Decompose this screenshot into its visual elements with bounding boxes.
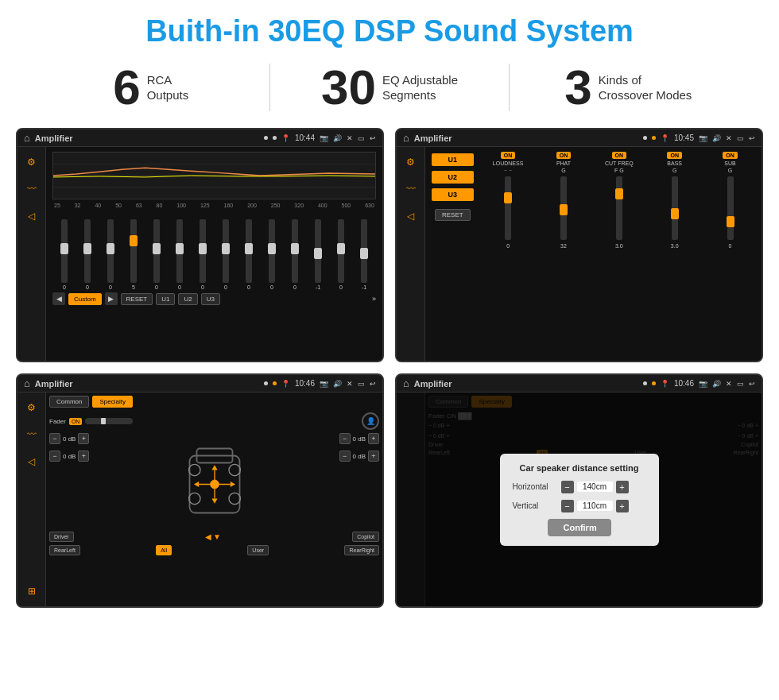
slider-track-8[interactable] bbox=[246, 219, 252, 283]
minimize-icon-4[interactable]: ▭ bbox=[737, 380, 744, 388]
vol-icon[interactable]: ◁ bbox=[23, 207, 41, 225]
slider-thumb-8[interactable] bbox=[245, 243, 253, 254]
chevron-right-icon[interactable]: » bbox=[372, 295, 376, 303]
tab-common-3[interactable]: Common bbox=[49, 396, 89, 408]
slider-thumb-12[interactable] bbox=[337, 243, 345, 254]
slider-thumb-11[interactable] bbox=[314, 248, 322, 259]
rearright-btn[interactable]: RearRight bbox=[344, 545, 379, 555]
cutfreq-track[interactable] bbox=[616, 176, 622, 240]
sub-track[interactable] bbox=[727, 176, 734, 240]
slider-track-5[interactable] bbox=[176, 219, 183, 283]
slider-track-7[interactable] bbox=[223, 219, 229, 283]
sub-on[interactable]: ON bbox=[723, 152, 738, 159]
reset-xover-btn[interactable]: RESET bbox=[435, 209, 471, 221]
slider-track-0[interactable] bbox=[61, 219, 68, 283]
back-icon-3[interactable]: ↩ bbox=[370, 380, 376, 388]
slider-track-6[interactable] bbox=[200, 219, 206, 283]
volume-icon-2[interactable]: 🔊 bbox=[712, 134, 721, 142]
slider-track-1[interactable] bbox=[84, 219, 91, 283]
slider-thumb-10[interactable] bbox=[291, 243, 299, 254]
close-icon-2[interactable]: ✕ bbox=[726, 134, 732, 142]
all-btn[interactable]: All bbox=[156, 545, 172, 555]
cutfreq-thumb[interactable] bbox=[615, 188, 623, 199]
home-icon-3[interactable]: ⌂ bbox=[24, 377, 30, 389]
plus-tl[interactable]: + bbox=[78, 433, 89, 444]
volume-icon-1[interactable]: 🔊 bbox=[333, 134, 342, 142]
close-icon-4[interactable]: ✕ bbox=[726, 380, 732, 388]
bass-track[interactable] bbox=[672, 176, 678, 240]
home-icon-4[interactable]: ⌂ bbox=[403, 377, 409, 389]
u2-btn[interactable]: U2 bbox=[178, 293, 197, 305]
horizontal-plus[interactable]: + bbox=[616, 481, 629, 493]
home-icon-2[interactable]: ⌂ bbox=[403, 132, 409, 144]
u3-btn[interactable]: U3 bbox=[201, 293, 220, 305]
minus-bl[interactable]: − bbox=[49, 451, 60, 462]
slider-track-13[interactable] bbox=[361, 219, 367, 283]
u3-xover-btn[interactable]: U3 bbox=[432, 188, 474, 201]
slider-thumb-2[interactable] bbox=[107, 243, 114, 254]
back-icon-4[interactable]: ↩ bbox=[749, 380, 755, 388]
phat-thumb[interactable] bbox=[560, 204, 568, 215]
volume-icon-4[interactable]: 🔊 bbox=[712, 380, 721, 388]
slider-thumb-4[interactable] bbox=[153, 243, 161, 254]
minus-tr[interactable]: − bbox=[339, 433, 351, 444]
home-icon-1[interactable]: ⌂ bbox=[24, 132, 30, 144]
down-arrow[interactable]: ▼ bbox=[213, 532, 221, 541]
plus-tr[interactable]: + bbox=[368, 433, 379, 444]
loudness-thumb[interactable] bbox=[504, 192, 512, 203]
expand-icon-3[interactable]: ⊞ bbox=[23, 582, 41, 600]
wave-icon[interactable]: 〰 bbox=[23, 180, 41, 198]
wave-icon-3[interactable]: 〰 bbox=[23, 426, 41, 443]
plus-br[interactable]: + bbox=[368, 451, 379, 462]
slider-track-3[interactable] bbox=[130, 219, 137, 283]
slider-track-10[interactable] bbox=[292, 219, 298, 283]
slider-track-4[interactable] bbox=[153, 219, 160, 283]
back-icon-1[interactable]: ↩ bbox=[370, 134, 376, 142]
prev-btn[interactable]: ◀ bbox=[52, 292, 65, 305]
back-icon-2[interactable]: ↩ bbox=[749, 134, 755, 142]
tab-specialty-3[interactable]: Specialty bbox=[92, 396, 132, 408]
next-btn[interactable]: ▶ bbox=[105, 292, 118, 305]
bass-thumb[interactable] bbox=[671, 208, 679, 219]
reset-btn[interactable]: RESET bbox=[121, 293, 153, 305]
volume-icon-3[interactable]: 🔊 bbox=[333, 380, 342, 388]
eq-icon-3[interactable]: ⚙ bbox=[23, 399, 41, 416]
slider-thumb-13[interactable] bbox=[360, 248, 368, 259]
minimize-icon-3[interactable]: ▭ bbox=[358, 380, 365, 388]
user-btn[interactable]: User bbox=[247, 545, 269, 555]
slider-thumb-7[interactable] bbox=[222, 243, 230, 254]
loudness-on[interactable]: ON bbox=[501, 152, 516, 159]
custom-btn[interactable]: Custom bbox=[68, 293, 102, 305]
wave-icon-2[interactable]: 〰 bbox=[402, 180, 420, 198]
vertical-plus[interactable]: + bbox=[616, 500, 629, 512]
u2-xover-btn[interactable]: U2 bbox=[432, 171, 474, 184]
cutfreq-on[interactable]: ON bbox=[612, 152, 627, 159]
settings-circle[interactable]: 👤 bbox=[362, 412, 379, 430]
slider-thumb-9[interactable] bbox=[268, 243, 276, 254]
slider-track-9[interactable] bbox=[269, 219, 275, 283]
minus-br[interactable]: − bbox=[339, 451, 351, 462]
slider-thumb-6[interactable] bbox=[199, 243, 207, 254]
driver-btn[interactable]: Driver bbox=[49, 532, 74, 542]
close-icon-3[interactable]: ✕ bbox=[347, 380, 353, 388]
u1-xover-btn[interactable]: U1 bbox=[432, 153, 474, 166]
vol-icon-3[interactable]: ◁ bbox=[23, 453, 41, 470]
eq-icon-2[interactable]: ⚙ bbox=[402, 153, 420, 171]
slider-thumb-5[interactable] bbox=[176, 243, 184, 254]
minimize-icon-1[interactable]: ▭ bbox=[358, 134, 365, 142]
slider-thumb-0[interactable] bbox=[60, 243, 68, 254]
rearleft-btn[interactable]: RearLeft bbox=[49, 545, 80, 555]
fader-thumb[interactable] bbox=[101, 418, 106, 424]
slider-track-12[interactable] bbox=[338, 219, 344, 283]
slider-track-2[interactable] bbox=[107, 219, 114, 283]
slider-track-11[interactable] bbox=[315, 219, 321, 283]
fader-on[interactable]: ON bbox=[69, 418, 83, 425]
confirm-button[interactable]: Confirm bbox=[548, 519, 611, 536]
copilot-btn[interactable]: Copilot bbox=[352, 532, 379, 542]
slider-thumb-1[interactable] bbox=[83, 243, 91, 254]
phat-on[interactable]: ON bbox=[556, 152, 572, 159]
vol-icon-2[interactable]: ◁ bbox=[402, 207, 420, 225]
loudness-track[interactable] bbox=[505, 176, 511, 240]
minimize-icon-2[interactable]: ▭ bbox=[737, 134, 744, 142]
minus-tl[interactable]: − bbox=[49, 433, 60, 444]
